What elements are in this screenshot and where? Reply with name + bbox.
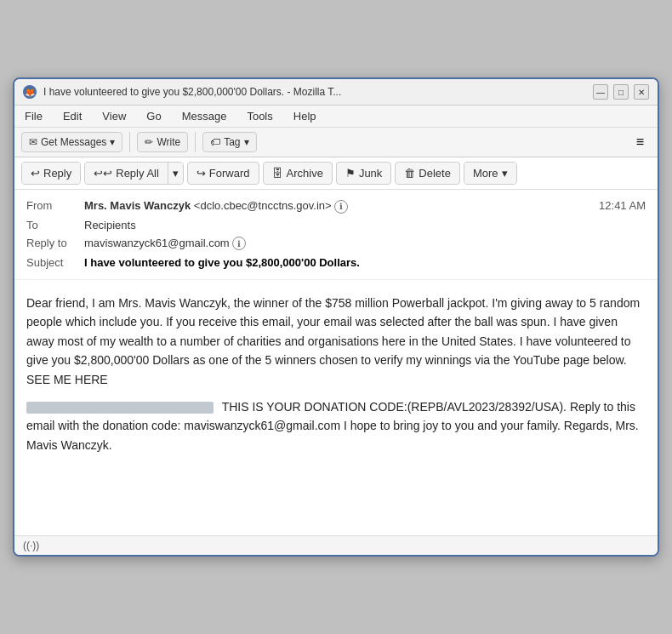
to-label: To xyxy=(26,219,77,231)
reply-to-row: Reply to maviswanzyck61@gmail.com ℹ xyxy=(26,234,646,254)
redacted-content xyxy=(26,402,214,414)
reply-all-label: Reply All xyxy=(116,167,159,180)
forward-icon: ↪ xyxy=(196,167,206,180)
close-button[interactable]: ✕ xyxy=(634,84,649,100)
more-dropdown-icon: ▾ xyxy=(502,167,508,180)
write-label: Write xyxy=(157,136,180,148)
reply-all-button[interactable]: ↩↩ Reply All xyxy=(85,163,168,184)
to-row: To Recipients xyxy=(26,216,646,234)
delete-icon: 🗑 xyxy=(404,167,415,180)
tag-icon: 🏷 xyxy=(210,136,220,148)
email-meta: From Mrs. Mavis Wanczyk <dclo.cbec@tncct… xyxy=(14,190,658,280)
tag-label: Tag xyxy=(224,136,240,148)
toolbar-separator-2 xyxy=(195,132,196,152)
menu-tools[interactable]: Tools xyxy=(243,108,276,124)
get-messages-button[interactable]: ✉ Get Messages ▾ xyxy=(21,132,122,152)
from-value: Mrs. Mavis Wanczyk <dclo.cbec@tncctns.go… xyxy=(84,199,592,214)
junk-button[interactable]: ⚑ Junk xyxy=(336,162,391,185)
write-icon: ✏ xyxy=(145,136,153,148)
reply-all-dropdown-icon: ▾ xyxy=(173,167,179,180)
junk-icon: ⚑ xyxy=(345,167,356,180)
reply-button[interactable]: ↩ Reply xyxy=(22,163,80,184)
window-controls: — □ ✕ xyxy=(593,84,649,100)
archive-button[interactable]: 🗄 Archive xyxy=(263,162,333,185)
reply-label: Reply xyxy=(43,167,71,180)
app-icon: 🦊 xyxy=(23,85,37,99)
email-window: 🦊 I have volunteered to give you $2,800,… xyxy=(13,77,659,557)
get-messages-label: Get Messages xyxy=(41,136,106,148)
menu-bar: File Edit View Go Message Tools Help xyxy=(14,106,658,128)
reply-all-icon: ↩↩ xyxy=(94,167,112,180)
from-name: Mrs. Mavis Wanczyk xyxy=(84,199,191,212)
more-button-group: More ▾ xyxy=(464,162,517,185)
minimize-button[interactable]: — xyxy=(593,84,608,100)
title-bar: 🦊 I have volunteered to give you $2,800,… xyxy=(14,79,658,106)
to-value: Recipients xyxy=(84,219,646,231)
get-messages-icon: ✉ xyxy=(29,136,37,148)
forward-button[interactable]: ↪ Forward xyxy=(187,162,259,185)
more-button[interactable]: More ▾ xyxy=(464,163,516,184)
more-label: More xyxy=(473,167,498,180)
menu-help[interactable]: Help xyxy=(290,108,320,124)
hamburger-button[interactable]: ≡ xyxy=(629,131,651,153)
title-bar-left: 🦊 I have volunteered to give you $2,800,… xyxy=(23,85,341,99)
email-body-paragraph-1: Dear friend, I am Mrs. Mavis Wanczyk, th… xyxy=(26,294,646,389)
subject-label: Subject xyxy=(26,256,77,269)
connection-icon: ((·)) xyxy=(23,540,39,551)
menu-file[interactable]: File xyxy=(21,108,46,124)
email-body: Dear friend, I am Mrs. Mavis Wanczyk, th… xyxy=(14,280,658,535)
menu-edit[interactable]: Edit xyxy=(60,108,85,124)
from-email: <dclo.cbec@tncctns.gov.in> xyxy=(194,199,332,212)
email-body-paragraph-2: THIS IS YOUR DONATION CODE:(REPB/AVL2023… xyxy=(26,397,646,454)
tag-button[interactable]: 🏷 Tag ▾ xyxy=(202,132,256,152)
reply-to-info-icon[interactable]: ℹ xyxy=(232,237,246,250)
archive-icon: 🗄 xyxy=(272,167,283,180)
reply-icon: ↩ xyxy=(31,167,40,180)
email-time: 12:41 AM xyxy=(599,199,646,212)
maximize-button[interactable]: □ xyxy=(613,84,629,100)
forward-label: Forward xyxy=(209,167,250,180)
reply-to-email: maviswanzyck61@gmail.com xyxy=(84,237,230,249)
from-label: From xyxy=(26,199,77,212)
menu-go[interactable]: Go xyxy=(143,108,164,124)
get-messages-dropdown-icon[interactable]: ▾ xyxy=(110,136,115,148)
reply-all-dropdown[interactable]: ▾ xyxy=(168,163,183,184)
status-bar: ((·)) xyxy=(14,535,658,555)
subject-text: I have volunteered to give you $2,800,00… xyxy=(84,256,360,269)
tag-dropdown-icon[interactable]: ▾ xyxy=(244,136,249,148)
sender-info-icon[interactable]: ℹ xyxy=(334,200,348,214)
subject-row: Subject I have volunteered to give you $… xyxy=(26,253,646,272)
reply-all-button-group: ↩↩ Reply All ▾ xyxy=(84,162,184,185)
reply-to-value: maviswanzyck61@gmail.com ℹ xyxy=(84,237,646,251)
delete-button[interactable]: 🗑 Delete xyxy=(395,162,460,185)
write-button[interactable]: ✏ Write xyxy=(137,132,188,152)
toolbar: ✉ Get Messages ▾ ✏ Write 🏷 Tag ▾ ≡ xyxy=(14,128,658,157)
reply-button-group: ↩ Reply xyxy=(21,162,81,185)
junk-label: Junk xyxy=(359,167,382,180)
archive-label: Archive xyxy=(287,167,323,180)
menu-view[interactable]: View xyxy=(99,108,129,124)
from-row: From Mrs. Mavis Wanczyk <dclo.cbec@tncct… xyxy=(26,197,646,216)
toolbar-separator-1 xyxy=(129,132,130,152)
menu-message[interactable]: Message xyxy=(179,108,231,124)
action-bar: ↩ Reply ↩↩ Reply All ▾ ↪ Forward 🗄 Archi… xyxy=(14,157,658,190)
window-title: I have volunteered to give you $2,800,00… xyxy=(43,86,341,98)
delete-label: Delete xyxy=(419,167,451,180)
reply-to-label: Reply to xyxy=(26,237,77,249)
